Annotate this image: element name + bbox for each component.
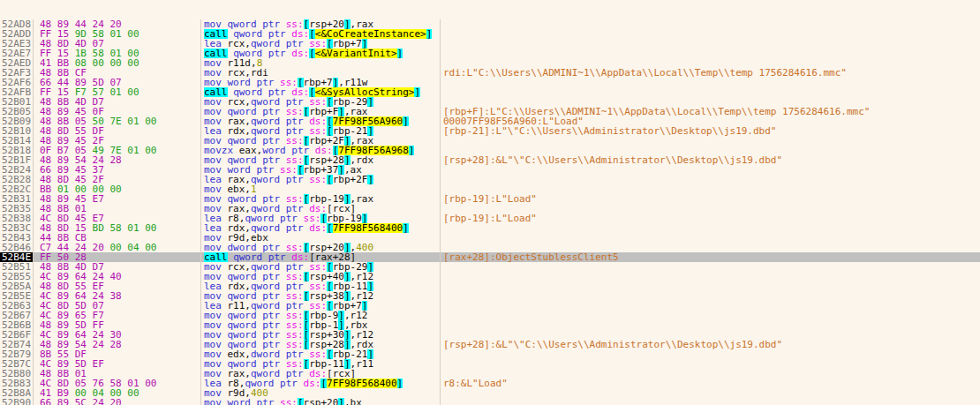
instruction-token: ss: [286,243,304,252]
opcode-bytes: 48 89 54 24 28 [40,155,122,165]
opcode-bytes: FF 15 [40,49,69,58]
instruction-token: rbp-21 [333,126,368,136]
instruction-token: ss: [309,262,327,272]
disasm-row[interactable]: 52AFBFF 15 F7 57 01 00call qword ptr ds:… [0,87,980,97]
bytes-cell: FF 50 28 [34,252,201,262]
disasm-row[interactable]: 52B5A48 8D 55 EFlea rdx,qword ptr ss:[rb… [0,281,980,291]
disasm-row[interactable]: 52AE7FF 15 1B 58 01 00call qword ptr ds:… [0,49,980,58]
instruction-cell: call qword ptr ds:[<&VariantInit>] [201,49,441,58]
disasm-row[interactable]: 52B46C7 44 24 20 00 04 00mov dword ptr s… [0,243,980,252]
address-cell: 52B05 [0,107,34,116]
instruction-token: [ [327,281,333,291]
disasm-row[interactable]: 52AE348 8D 4D 07lea rcx,qword ptr ss:[rb… [0,39,980,49]
disasm-row[interactable]: 52B1F48 89 54 24 28mov qword ptr ss:[rsp… [0,155,980,165]
disasm-row[interactable]: 52AD848 89 44 24 20mov qword ptr ss:[rsp… [0,19,980,29]
disasm-row[interactable]: 52B8048 8B 01mov rax,qword ptr ds:[rcx] [0,369,980,379]
disasm-row[interactable]: 52B2CBB 01 00 00 00mov ebx,1 [0,184,980,194]
disasm-row[interactable]: 52B0148 8B 4D D7mov rcx,qword ptr ss:[rb… [0,97,980,107]
disasm-row[interactable]: 52B2466 89 45 37mov word ptr ss:[rbp+37]… [0,165,980,175]
instruction-token: ss: [309,97,327,107]
instruction-token: mov word ptr [204,398,280,405]
disasm-row[interactable]: 52B9066 89 5C 24 20mov word ptr ss:[rsp+… [0,398,980,405]
instruction-token: rbp-11 [333,281,368,291]
disasm-row[interactable]: 52B554C 89 64 24 40mov qword ptr ss:[rsp… [0,272,980,281]
instruction-token: r9d,ebx [228,233,268,243]
comment-cell: [rsp+28]:&L"\"C:\\Users\\Administrator\\… [441,155,980,165]
instruction-token: rbp-21 [333,349,368,359]
address-cell: 52B43 [0,233,34,243]
disasm-row[interactable]: 52B1448 89 45 2Fmov qword ptr ss:[rbp+2F… [0,136,980,146]
disasm-row[interactable]: 52B8A41 B9 00 04 00 00mov r9d,400 [0,388,980,398]
instruction-token: ] [344,19,351,29]
disasm-row[interactable]: 52ADDFF 15 9D 58 01 00call qword ptr ds:… [0,29,980,39]
address-cell: 52ADD [0,29,34,39]
instruction-token: ] [344,330,351,340]
disasm-row[interactable]: 52B5148 8B 4D D7mov rcx,qword ptr ss:[rb… [0,262,980,272]
instruction-token: [rax+28] [309,252,356,262]
address-cell: 52B90 [0,398,34,405]
comment-cell [441,223,980,233]
disasm-row[interactable]: 52AF666 44 89 5D 07mov word ptr ss:[rbp+… [0,78,980,87]
opcode-bytes: BB [40,184,51,194]
disasm-row-selected[interactable]: 52B4EFF 50 28call qword ptr ds:[rax+28][… [0,252,980,262]
comment-cell [441,97,980,107]
instruction-cell: lea r11,qword ptr ss:[rbp+7] [201,301,441,311]
instruction-cell: mov rax,qword ptr ds:[7FF98F56A960] [201,116,441,126]
disasm-row[interactable]: 52B5E4C 89 64 24 38mov qword ptr ss:[rsp… [0,291,980,301]
instruction-token: rcx,rdi [228,68,268,78]
address-cell: 52B09 [0,116,34,126]
instruction-token: ,rax [351,19,374,29]
comment-cell: 00007FF98F56A960:L"Load" [441,116,980,126]
disasm-row[interactable]: 52B4344 8B CBmov r9d,ebx [0,233,980,243]
instruction-token: ss: [286,107,304,116]
disasm-row[interactable]: 52B3C48 8D 15 BD 58 01 00lea rdx,qword p… [0,223,980,233]
disasm-row[interactable]: 52AF348 8B CFmov rcx,rdirdi:L"C:\\Users\… [0,68,980,78]
instruction-token: rsp+20 [309,19,344,29]
address-cell: 52B38 [0,214,34,223]
disasm-row[interactable]: 52B7448 89 54 24 28mov qword ptr ss:[rsp… [0,340,980,349]
comment-cell [441,369,980,379]
instruction-token: ] [409,146,415,155]
instruction-token: eax, [239,146,263,155]
opcode-bytes: 41 B9 [40,388,69,398]
instruction-token: rbp-29 [333,262,368,272]
instruction-cell: movzx eax,word ptr ds:[7FF98F56A968] [201,146,441,155]
disasm-row[interactable]: 52B6F4C 89 64 24 30mov qword ptr ss:[rsp… [0,330,980,340]
comment-cell: [rbp-19]:L"Load" [441,214,980,223]
instruction-token: rbp+37 [304,165,339,175]
bytes-cell: 41 BB 08 00 00 00 [34,58,201,68]
disasm-row[interactable]: 52B0948 8B 05 50 7E 01 00mov rax,qword p… [0,116,980,126]
disasm-row[interactable]: 52B798B 55 DFmov edx,dword ptr ss:[rbp-2… [0,349,980,359]
disasm-row[interactable]: 52AED41 BB 08 00 00 00mov r11d,8 [0,58,980,68]
instruction-token: rsp+40 [309,272,344,281]
disasm-row[interactable]: 52B674C 89 65 F7mov qword ptr ss:[rbp-9]… [0,311,980,320]
instruction-token: 7FF98F56A968 [338,146,408,155]
disasm-row[interactable]: 52B634C 8D 5D 07lea r11,qword ptr ss:[rb… [0,301,980,311]
disasm-row[interactable]: 52B1048 8D 55 DFlea rdx,qword ptr ss:[rb… [0,126,980,136]
instruction-token: ] [367,97,373,107]
instruction-token: 7FF98F568400 [333,223,403,233]
opcode-bytes: 48 89 54 24 28 [40,340,122,349]
disasm-row[interactable]: 52B7C4C 89 5D EFmov qword ptr ss:[rbp-11… [0,359,980,369]
immediate-bytes: BD 58 01 00 [93,223,157,233]
instruction-token: [ [327,262,333,272]
disasm-row[interactable]: 52B6B48 89 5D FFmov qword ptr ss:[rbp-1]… [0,320,980,330]
address-cell: 52B8A [0,388,34,398]
disasm-row[interactable]: 52B3548 8B 01mov rax,qword ptr ds:[rcx] [0,204,980,214]
immediate-bytes: 9D 58 01 00 [75,29,139,39]
disasm-row[interactable]: 52B180F B7 05 49 7E 01 00movzx eax,word … [0,146,980,155]
instruction-token: lea [204,175,228,184]
bytes-cell: FF 15 F7 57 01 00 [34,87,201,97]
address-cell: 52B79 [0,349,34,359]
disasm-row[interactable]: 52B3148 89 45 E7mov qword ptr ss:[rbp-19… [0,194,980,204]
disasm-row[interactable]: 52B0548 89 45 0Fmov qword ptr ss:[rbp+F]… [0,107,980,116]
opcode-bytes: 4C 89 64 24 30 [40,330,122,340]
disasm-row[interactable]: 52B834C 8D 05 76 58 01 00lea r8,qword pt… [0,379,980,388]
instruction-token: r11d, [228,58,257,68]
instruction-token: rbp-29 [333,97,368,107]
instruction-token: r8, [228,214,245,223]
disasm-row[interactable]: 52B2848 8D 45 2Flea rax,qword ptr ss:[rb… [0,175,980,184]
disasm-row[interactable]: 52B384C 8D 45 E7lea r8,qword ptr ss:[rbp… [0,214,980,223]
instruction-token: mov [204,204,228,214]
instruction-cell: lea rdx,qword ptr ss:[rbp-21] [201,126,441,136]
